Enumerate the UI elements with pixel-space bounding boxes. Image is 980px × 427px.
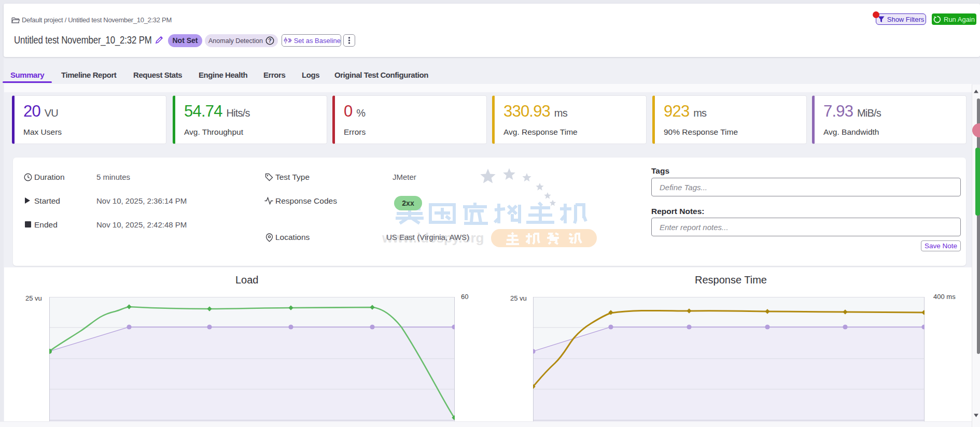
svg-text:B: B [284, 39, 287, 42]
svg-text:?: ? [268, 37, 271, 44]
